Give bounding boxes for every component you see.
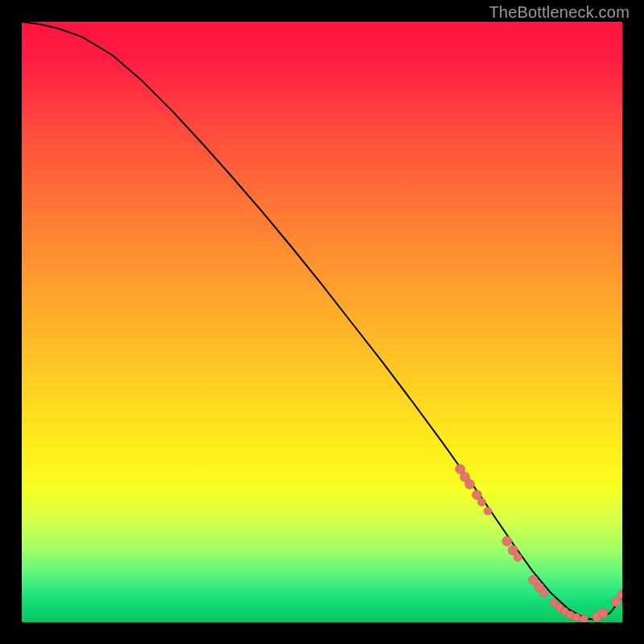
data-point — [502, 536, 512, 546]
data-point — [514, 553, 522, 561]
data-point — [477, 498, 485, 506]
bottleneck-curve — [22, 22, 622, 620]
data-point — [572, 613, 580, 621]
data-point — [598, 609, 608, 618]
watermark-text: TheBottleneck.com — [489, 3, 630, 22]
chart-markers — [456, 464, 622, 622]
data-point — [484, 507, 492, 515]
chart-svg — [22, 22, 622, 622]
data-point — [580, 615, 588, 622]
plot-area — [22, 22, 622, 622]
data-point — [465, 479, 475, 489]
chart-root: TheBottleneck.com — [0, 0, 644, 644]
data-point — [540, 589, 548, 597]
